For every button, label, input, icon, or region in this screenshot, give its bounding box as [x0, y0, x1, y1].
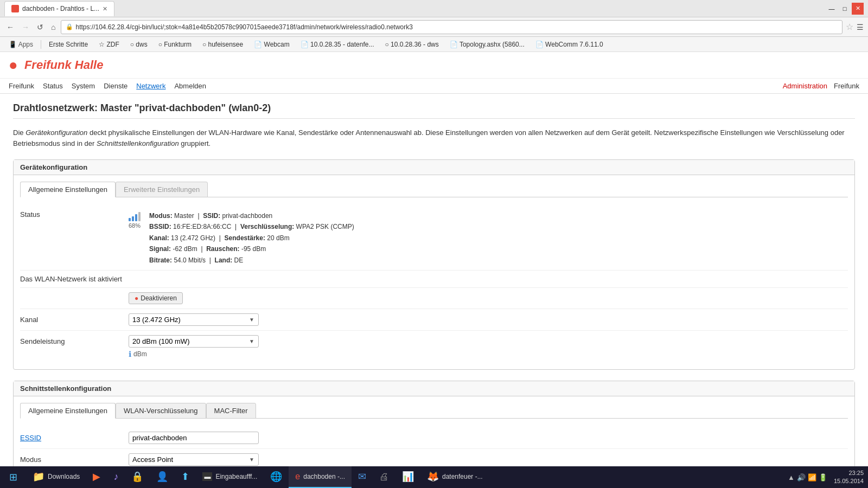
volume-icon[interactable]: 🔊 — [797, 473, 806, 481]
kanal-field-label: Kanal — [20, 313, 129, 324]
bookmarks-bar: 📱 Apps Erste Schritte ☆ ZDF ○ dws ○ Funk… — [0, 37, 868, 52]
page-description: Die Gerätekonfiguration deckt physikalis… — [13, 127, 855, 149]
taskbar-printer[interactable]: 🖨 — [373, 466, 395, 488]
nav-status[interactable]: Status — [43, 81, 63, 91]
kanal-select[interactable]: 13 (2.472 GHz) auto 1 (2.412 GHz) — [129, 313, 259, 326]
bookmark-10028-36[interactable]: ○ 10.0.28.36 - dws — [380, 40, 443, 49]
taskbar-files[interactable]: ⬆ — [175, 466, 196, 488]
ssid-value: privat-dachboden — [222, 212, 273, 220]
modus-label: Modus: — [149, 212, 173, 220]
device-config-tabs: Allgemeine Einstellungen Erweiterte Eins… — [20, 182, 848, 197]
system-tray: ▲ 🔊 📶 🔋 — [788, 473, 827, 481]
deactivate-button[interactable]: ● Deaktivieren — [129, 292, 183, 304]
taskbar-excel[interactable]: 📊 — [395, 466, 420, 488]
browser-tab[interactable]: dachboden - Drahtlos - L... ✕ — [4, 1, 114, 16]
clock-date: 15.05.2014 — [834, 477, 864, 485]
nav-administration[interactable]: Administration — [783, 81, 827, 91]
bookmark-dws[interactable]: ○ dws — [126, 40, 152, 49]
essid-input[interactable] — [129, 432, 259, 444]
nav-dienste[interactable]: Dienste — [104, 81, 127, 91]
taskbar-user[interactable]: 👤 — [150, 466, 175, 488]
device-config-header: Gerätekonfiguration — [14, 160, 854, 175]
browser-titlebar: dachboden - Drahtlos - L... ✕ — □ ✕ — [0, 0, 868, 17]
tab-mac-filter[interactable]: MAC-Filter — [206, 403, 256, 419]
kanal-value: 13 (2.472 GHz) — [171, 234, 215, 242]
nav-system[interactable]: System — [72, 81, 95, 91]
bookmark-star-button[interactable]: ☆ — [846, 22, 853, 32]
wlan-active-row: Das WLAN-Netzwerk ist aktiviert — [20, 271, 848, 288]
device-config-body: Allgemeine Einstellungen Erweiterte Eins… — [14, 175, 854, 369]
taskbar-security[interactable]: 🔒 — [125, 466, 150, 488]
firefox-icon: 🦊 — [427, 471, 439, 483]
taskbar-browser-active[interactable]: e dachboden -... — [289, 466, 352, 488]
land-value: DE — [234, 256, 244, 264]
signal-label: Signal: — [149, 245, 171, 253]
tab-allgemeine-einstellungen-if[interactable]: Allgemeine Einstellungen — [20, 403, 116, 419]
folder-icon: 📁 — [33, 471, 44, 483]
chrome-menu-button[interactable]: ☰ — [857, 23, 864, 31]
bookmark-zdf[interactable]: ☆ ZDF — [94, 40, 124, 49]
kanal-select-container: 13 (2.472 GHz) auto 1 (2.412 GHz) — [129, 313, 848, 326]
bitrate-value: 54.0 Mbit/s — [174, 256, 206, 264]
bssid-value: 16:FE:ED:8A:66:CC — [173, 223, 231, 230]
bookmark-funkturm[interactable]: ○ Funkturm — [154, 40, 196, 49]
nav-freifunk-right[interactable]: Freifunk — [834, 81, 859, 91]
address-input[interactable]: 🔒 https://104.62.28.4/cgi-bin/luci/;stok… — [61, 20, 843, 34]
start-button[interactable]: ⊞ — [0, 466, 26, 488]
signal-bar-4 — [138, 212, 141, 221]
essid-link[interactable]: ESSID — [20, 434, 41, 442]
close-button[interactable]: ✕ — [852, 3, 864, 15]
interface-config-header: Schnittstellenkonfiguration — [14, 381, 854, 396]
info-circle-icon: ℹ — [129, 350, 131, 358]
printer-icon: 🖨 — [379, 471, 389, 483]
tray-expand-icon[interactable]: ▲ — [788, 473, 795, 481]
sendeleistung-select[interactable]: 20 dBm (100 mW) 10 dBm (10 mW) 15 dBm (3… — [129, 335, 259, 348]
nav-abmelden[interactable]: Abmelden — [174, 81, 206, 91]
back-button[interactable]: ← — [4, 22, 16, 33]
secure-icon: 🔒 — [66, 23, 73, 30]
network-tray-icon[interactable]: 📶 — [808, 473, 816, 481]
tab-close-button[interactable]: ✕ — [103, 5, 107, 12]
taskbar-mail[interactable]: ✉ — [352, 466, 373, 488]
tab-favicon — [11, 5, 19, 12]
bookmark-apps[interactable]: 📱 Apps — [4, 40, 37, 49]
taskbar-media[interactable]: ▶ — [86, 466, 107, 488]
taskbar-terminal[interactable]: ▬ Eingabeaufff... — [196, 466, 264, 488]
essid-row: ESSID — [20, 427, 848, 449]
bookmark-separator — [41, 40, 41, 49]
reload-button[interactable]: ↺ — [35, 22, 46, 33]
bookmark-topology[interactable]: 📄 Topology.ashx (5860... — [445, 40, 529, 49]
tab-wlan-verschluesselung[interactable]: WLAN-Verschlüsselung — [116, 403, 206, 419]
tab-erweiterte-einstellungen[interactable]: Erweiterte Einstellungen — [116, 182, 208, 197]
terminal-icon: ▬ — [202, 472, 212, 481]
bookmark-webcomm[interactable]: 📄 WebComm 7.6.11.0 — [531, 40, 608, 49]
essid-label: ESSID — [20, 432, 129, 442]
forward-button[interactable]: → — [20, 22, 31, 33]
home-button[interactable]: ⌂ — [49, 22, 58, 33]
taskbar-firefox[interactable]: 🦊 datenfeuer -... — [420, 466, 489, 488]
bookmark-webcam[interactable]: 📄 Webcam — [250, 40, 293, 49]
bookmark-10028-35[interactable]: 📄 10.0.28.35 - datenfe... — [296, 40, 379, 49]
window-controls: — □ ✕ — [826, 3, 864, 15]
taskbar-firefox-label: datenfeuer -... — [442, 473, 483, 480]
bookmark-erste-schritte[interactable]: Erste Schritte — [44, 40, 92, 49]
app-name: Freifunk Halle — [24, 58, 103, 72]
status-line-3: Kanal: 13 (2.472 GHz) | Sendestärke: 20 … — [149, 233, 354, 243]
nav-freifunk[interactable]: Freifunk — [9, 81, 34, 91]
taskbar-browser-green[interactable]: 🌐 — [264, 466, 289, 488]
browser-green-icon: 🌐 — [270, 471, 282, 483]
app-nav: Freifunk Status System Dienste Netzwerk … — [0, 79, 868, 94]
taskbar-downloads[interactable]: 📁 Downloads — [26, 466, 86, 488]
bssid-label: BSSID: — [149, 223, 171, 230]
nav-netzwerk[interactable]: Netzwerk — [136, 81, 165, 91]
status-details: Modus: Master | SSID: privat-dachboden B… — [149, 210, 354, 266]
maximize-button[interactable]: □ — [839, 3, 851, 15]
taskbar-music[interactable]: ♪ — [107, 466, 125, 488]
minimize-button[interactable]: — — [826, 3, 838, 15]
battery-icon[interactable]: 🔋 — [819, 473, 827, 481]
deactivate-row: ● Deaktivieren — [20, 288, 848, 309]
bookmark-hufeisensee[interactable]: ○ hufeisensee — [198, 40, 247, 49]
modus-select[interactable]: Access Point Client Ad-Hoc Monitor — [129, 453, 259, 466]
tab-allgemeine-einstellungen[interactable]: Allgemeine Einstellungen — [20, 182, 116, 197]
taskbar-items: 📁 Downloads ▶ ♪ 🔒 👤 ⬆ ▬ Eingabeaufff... … — [26, 466, 783, 488]
